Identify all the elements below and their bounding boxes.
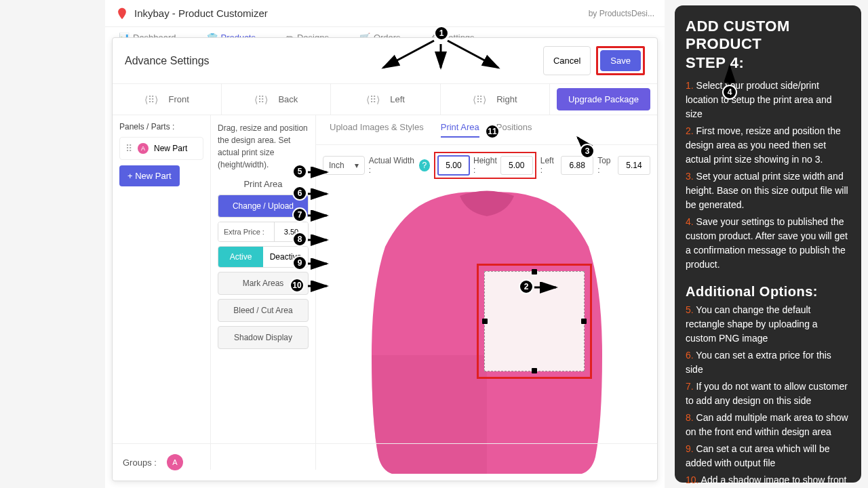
marker-9: 9 <box>292 256 307 270</box>
marker-4: 4 <box>722 85 737 100</box>
groups-label: Groups : <box>123 458 157 468</box>
marker-2: 2 <box>519 279 534 294</box>
guide-title: ADD CUSTOM PRODUCT <box>686 18 850 53</box>
app-logo-icon <box>115 7 129 20</box>
groups-footer: Groups : A <box>113 443 657 481</box>
side-tab-front[interactable]: ⟨⠿⟩Front <box>113 84 222 115</box>
modal-title: Advance Settings <box>125 55 210 67</box>
left-input[interactable] <box>561 156 593 175</box>
save-highlight: Save <box>596 46 645 75</box>
svg-line-2 <box>448 41 498 68</box>
settings-modal: Advance Settings Cancel Save ⟨⠿⟩Front ⟨⠿… <box>112 37 658 481</box>
marker-6: 6 <box>292 186 307 201</box>
product-image <box>365 186 609 477</box>
instruction-text: Drag, resize and position the design are… <box>218 122 309 171</box>
guide-panel: ADD CUSTOM PRODUCT STEP 4: 1. Select you… <box>675 5 861 483</box>
height-input[interactable] <box>500 156 533 175</box>
help-icon[interactable]: ? <box>419 159 431 171</box>
guide-body: 1. Select your product side/print locati… <box>686 79 850 488</box>
shadow-display-button[interactable]: Shadow Display <box>218 326 309 349</box>
canvas <box>316 186 657 477</box>
new-part-button[interactable]: + New Part <box>119 165 180 186</box>
additional-title: Additional Options: <box>686 281 850 302</box>
tab-print-area[interactable]: Print Area <box>441 122 479 138</box>
tab-upload[interactable]: Upload Images & Styles <box>330 122 424 138</box>
side-tab-right[interactable]: ⟨⠿⟩Right <box>441 84 550 115</box>
app-title: Inkybay - Product Customizer <box>134 7 268 19</box>
header-bar: Inkybay - Product Customizer by Products… <box>105 0 665 27</box>
main-canvas-area: Upload Images & Styles Print Area Positi… <box>316 115 657 470</box>
width-input[interactable] <box>437 155 470 176</box>
drag-icon: ⟨⠿⟩ <box>144 94 158 105</box>
dimensions-row: Inch▾ Actual Width : ? Height : Left : T… <box>316 145 657 186</box>
group-badge[interactable]: A <box>167 454 183 470</box>
resize-handle-left[interactable] <box>482 319 488 324</box>
top-label: Top : <box>597 156 614 175</box>
side-tab-left[interactable]: ⟨⠿⟩Left <box>331 84 440 115</box>
panels-label: Panels / Parts : <box>119 122 203 131</box>
print-area-box[interactable] <box>477 264 592 379</box>
drag-icon: ⟨⠿⟩ <box>473 94 486 105</box>
active-button[interactable]: Active <box>218 247 263 267</box>
side-tab-back[interactable]: ⟨⠿⟩Back <box>222 84 331 115</box>
resize-handle-top[interactable] <box>532 269 537 274</box>
marker-5: 5 <box>292 164 307 179</box>
extra-price-label: Extra Price : <box>218 222 274 241</box>
marker-10: 10 <box>290 278 304 293</box>
marker-11: 11 <box>485 124 500 139</box>
side-tabs: ⟨⠿⟩Front ⟨⠿⟩Back ⟨⠿⟩Left ⟨⠿⟩Right Upgrad… <box>113 84 657 115</box>
part-badge: A <box>138 143 149 154</box>
resize-handle-right[interactable] <box>581 319 587 324</box>
cancel-button[interactable]: Cancel <box>543 46 591 75</box>
panels-sidebar: Panels / Parts : ⠿ A New Part + New Part <box>113 115 211 470</box>
marker-7: 7 <box>292 207 307 222</box>
svg-line-0 <box>383 41 434 68</box>
marker-3: 3 <box>580 144 595 159</box>
drag-icon: ⟨⠿⟩ <box>254 94 268 105</box>
drag-icon: ⠿ <box>125 143 132 154</box>
drag-icon: ⟨⠿⟩ <box>366 94 380 105</box>
chevron-down-icon: ▾ <box>355 161 359 170</box>
resize-handle-bottom[interactable] <box>532 368 537 373</box>
top-input[interactable] <box>618 156 650 175</box>
bleed-cut-button[interactable]: Bleed / Cut Area <box>218 299 309 322</box>
width-label: Actual Width : <box>369 156 415 175</box>
left-label: Left : <box>540 156 557 175</box>
save-button[interactable]: Save <box>600 50 641 71</box>
guide-step: STEP 4: <box>686 54 850 72</box>
marker-8: 8 <box>292 232 307 247</box>
dimensions-highlight: Height : <box>434 152 536 179</box>
tab-positions[interactable]: Positions <box>496 122 532 138</box>
marker-1: 1 <box>434 26 449 41</box>
app-author: by ProductsDesi... <box>589 9 654 18</box>
upgrade-button[interactable]: Upgrade Package <box>557 88 650 110</box>
height-label: Height : <box>473 156 497 175</box>
part-item[interactable]: ⠿ A New Part <box>119 137 203 160</box>
